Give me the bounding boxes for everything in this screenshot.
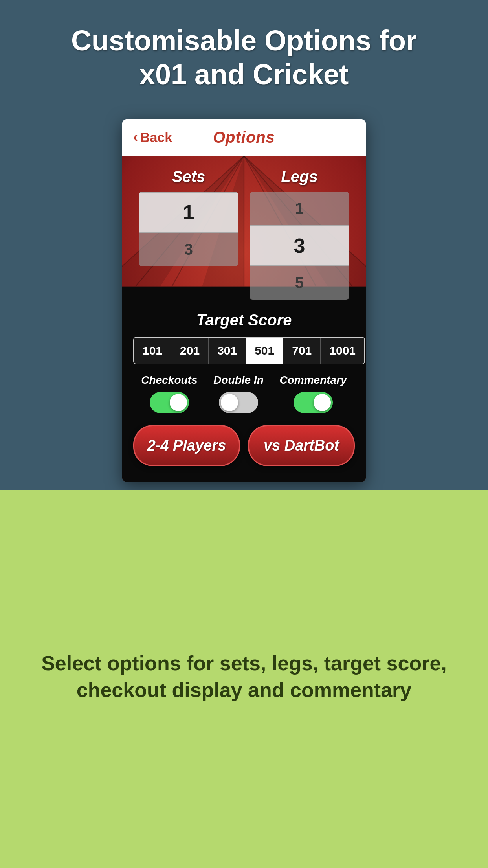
- main-title: Customisable Options for x01 and Cricket: [71, 24, 417, 92]
- bottom-section: Select options for sets, legs, target sc…: [0, 490, 488, 868]
- game-area: Sets 1 3 Legs 1 3 5: [122, 156, 366, 482]
- nav-title: Options: [213, 129, 275, 146]
- top-section: Customisable Options for x01 and Cricket: [0, 0, 488, 111]
- sets-item-1[interactable]: 1: [139, 192, 238, 233]
- back-chevron-icon: ‹: [133, 129, 138, 145]
- dartbot-button[interactable]: vs DartBot: [248, 425, 355, 466]
- checkouts-toggle[interactable]: [150, 392, 189, 413]
- score-701[interactable]: 701: [283, 338, 321, 364]
- score-101[interactable]: 101: [134, 338, 171, 364]
- double-in-label: Double In: [213, 374, 264, 386]
- target-score-section: Target Score 101 201 301 501 701 1001: [133, 311, 355, 364]
- legs-picker[interactable]: Legs 1 3 5: [250, 168, 349, 300]
- legs-label: Legs: [281, 168, 317, 186]
- commentary-toggle-group: Commentary: [279, 374, 347, 413]
- bottom-text: Select options for sets, legs, target sc…: [31, 650, 457, 703]
- double-in-toggle[interactable]: [219, 392, 258, 413]
- target-score-label: Target Score: [133, 311, 355, 329]
- score-501[interactable]: 501: [246, 338, 283, 364]
- sets-label: Sets: [172, 168, 205, 186]
- sets-legs-row: Sets 1 3 Legs 1 3 5: [133, 168, 355, 300]
- phone-mockup: ‹ Back Options: [122, 119, 366, 482]
- back-button[interactable]: ‹ Back: [133, 129, 172, 145]
- game-content: Sets 1 3 Legs 1 3 5: [133, 168, 355, 466]
- commentary-toggle[interactable]: [294, 392, 333, 413]
- sets-picker[interactable]: Sets 1 3: [139, 168, 238, 266]
- legs-item-5[interactable]: 5: [250, 266, 349, 300]
- checkouts-toggle-group: Checkouts: [141, 374, 197, 413]
- score-1001[interactable]: 1001: [321, 338, 364, 364]
- double-in-thumb: [221, 394, 238, 411]
- action-buttons: 2-4 Players vs DartBot: [133, 425, 355, 466]
- checkouts-thumb: [170, 394, 187, 411]
- players-button[interactable]: 2-4 Players: [133, 425, 240, 466]
- score-options: 101 201 301 501 701 1001: [133, 337, 365, 364]
- legs-drum[interactable]: 1 3 5: [250, 192, 349, 300]
- double-in-toggle-group: Double In: [213, 374, 264, 413]
- legs-item-1[interactable]: 1: [250, 192, 349, 225]
- toggles-row: Checkouts Double In Commentary: [133, 374, 355, 413]
- nav-bar: ‹ Back Options: [122, 119, 366, 156]
- score-301[interactable]: 301: [209, 338, 246, 364]
- sets-drum[interactable]: 1 3: [139, 192, 238, 266]
- checkouts-label: Checkouts: [141, 374, 197, 386]
- sets-item-3[interactable]: 3: [139, 233, 238, 266]
- back-label: Back: [140, 130, 172, 145]
- score-201[interactable]: 201: [171, 338, 209, 364]
- legs-item-3[interactable]: 3: [250, 225, 349, 266]
- commentary-thumb: [314, 394, 331, 411]
- commentary-label: Commentary: [279, 374, 347, 386]
